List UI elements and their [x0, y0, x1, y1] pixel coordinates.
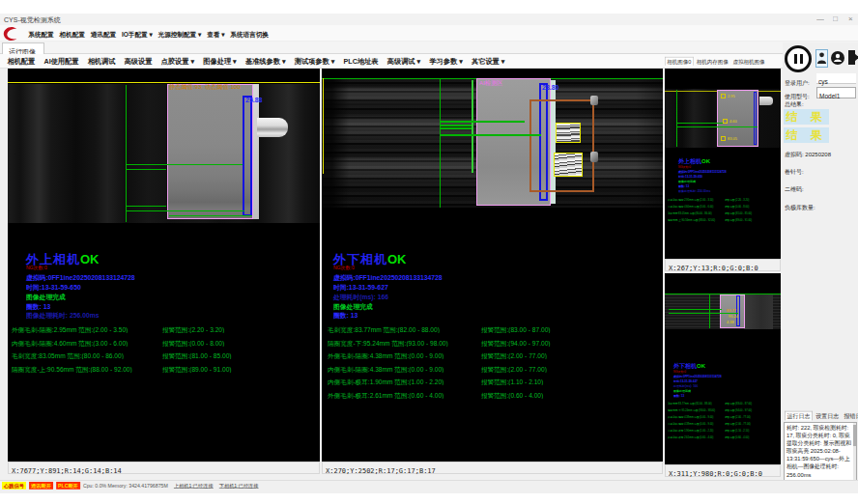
menu-system-config[interactable]: 系统配置: [27, 29, 55, 41]
measure-row: 外侧毛刺-隔圈:2.95mm 范围:(2.00 - 3.50): [12, 325, 128, 334]
label-text: 二维码:: [785, 185, 804, 193]
annotation: 4.38: [727, 320, 734, 323]
tool-glue-settings[interactable]: 点胶设置 ▾: [159, 57, 195, 67]
green-line: [669, 309, 722, 310]
comm-badge: 通讯断开: [29, 482, 53, 490]
time-line: 时间:13-31-59-627: [333, 283, 388, 293]
log-tab-settings[interactable]: 设置日志: [814, 411, 841, 420]
alarm-range: 报警范围:(83.00 - 87.00): [481, 325, 551, 334]
green-line: [126, 85, 127, 222]
green-line: [126, 164, 243, 165]
menu-language[interactable]: 系统语言切换: [229, 29, 270, 41]
ng-count: NG次数:0: [673, 370, 686, 374]
qr-label: 二维码:: [785, 182, 816, 199]
time-line: 时间:13-31-59-627: [673, 379, 698, 383]
bolt: [590, 152, 598, 162]
measure-row: 外侧毛刺-极耳:2.61mm 范围:(0.60 - 4.00): [328, 391, 443, 400]
field-value: cys: [818, 78, 828, 85]
green-line: [676, 126, 758, 127]
elapsed-line: 处理耗时(ms): 166: [333, 293, 388, 302]
menu-comm-config[interactable]: 通讯配置: [89, 29, 117, 41]
menu-view[interactable]: 查看 ▾: [206, 29, 226, 41]
green-line: [440, 79, 441, 208]
measure-row: 隔圈宽度-上:90.56mm 范围:(88.00 - 92.00): [12, 365, 132, 374]
tool-ai-config[interactable]: AI使用配置: [43, 57, 80, 67]
tool-test-params[interactable]: 测试项参数 ▾: [293, 57, 336, 67]
virtual-code: 虚拟码:0FF1ine20250208133134728: [673, 375, 722, 378]
cursor-readout: X:270;Y:2502;R:17;G:17;B:17: [326, 467, 436, 475]
cursor-readout: X:311;Y:980;R:0;G:0;B:0: [669, 470, 762, 478]
menu-light-config[interactable]: 光源控制配置 ▾: [157, 29, 202, 41]
ng-count: NG次数:0: [333, 265, 355, 271]
log-textarea[interactable]: 耗时: 222, 瑕疵检测耗时: 17, 瑕疵分类耗时: 0, 瑕疵提取分类耗时…: [784, 422, 857, 488]
tool-image-process[interactable]: 图像处理 ▾: [202, 57, 238, 67]
tool-baseline-params[interactable]: 基准线参数 ▾: [243, 57, 287, 67]
login-user-field[interactable]: cys: [816, 73, 856, 84]
menu-camera-config[interactable]: 相机配置: [58, 29, 86, 41]
lower-camera-link[interactable]: 下相机1:已经连接: [219, 483, 259, 489]
tool-camera-debug[interactable]: 相机调试: [86, 57, 117, 67]
thumb-tab-camera0[interactable]: 相机图像0: [665, 57, 693, 66]
close-button[interactable]: ×: [848, 14, 853, 23]
pause-icon: [794, 54, 797, 64]
done-line: 图像处理完成: [26, 293, 66, 302]
green-line: [441, 121, 525, 123]
result-badge-2: 结 果: [784, 127, 829, 143]
alarm-range: 报警范围:(89.00 - 91.00): [725, 218, 752, 222]
alarm-range: 报警范围:(81.00 - 85.00): [162, 351, 232, 360]
result-ok: OK: [387, 252, 407, 266]
maximize-button[interactable]: □: [833, 14, 838, 23]
tool-other-settings[interactable]: 其它设置 ▾: [471, 57, 506, 67]
menu-io-config[interactable]: IO手配置 ▾: [121, 29, 155, 41]
alarm-range: 报警范围:(1.10 - 2.10): [481, 378, 543, 386]
thumb-view-bottom[interactable]: 83.77 95.24 4.38 外下相机OK NG次数:0 虚拟码:0FF1i…: [665, 273, 781, 464]
tool-advanced-debug[interactable]: 高级调试 ▾: [386, 57, 421, 67]
measure-row: 外侧毛刺-隔圈:4.38mm 范围:(0.00 - 9.00): [668, 415, 713, 419]
tool-learn-params[interactable]: 学习参数 ▾: [428, 57, 464, 67]
model-field[interactable]: Model1: [816, 87, 856, 98]
right-camera-view[interactable]: AI检测区 23.80 外下相机OK NG次数:0 虚拟码:0FF1ine202…: [322, 69, 663, 462]
tool-advanced-settings[interactable]: 高级设置: [123, 57, 154, 67]
thumb-tab-memory[interactable]: 相机内存图像: [695, 57, 729, 65]
blue-roi-value: 23.80: [542, 84, 559, 92]
time-line: 时间:13-31-59-650: [26, 283, 81, 293]
alarm-range: 报警范围:(89.00 - 91.00): [162, 365, 232, 374]
tool-plc-table[interactable]: PLC地址表: [342, 57, 380, 67]
annotation: 83.77: [727, 308, 736, 312]
green-line: [676, 90, 677, 147]
thumb-view-top[interactable]: 2.95 4.60 83.05 外上相机OK NG次数:0 虚拟码:0FF1in…: [665, 69, 781, 259]
green-line: [472, 80, 473, 173]
log-tab-run[interactable]: 运行日志: [785, 411, 813, 421]
login-user-button[interactable]: [815, 49, 828, 68]
upper-camera-link[interactable]: 上相机1:已经连接: [174, 483, 214, 489]
pause-button[interactable]: [785, 45, 812, 72]
green-line: [441, 125, 472, 126]
log-scrollbar-thumb[interactable]: [853, 425, 856, 446]
tool-camera-config[interactable]: 相机配置: [6, 57, 37, 67]
alarm-range: 报警范围:(81.00 - 85.00): [725, 211, 752, 215]
yellow-roi: [721, 94, 726, 98]
thumb-tab-virtual[interactable]: 虚拟相机图像: [731, 57, 766, 65]
vcode-value: 20250208: [805, 152, 831, 158]
thumb-top-status: X:267;Y:13;R:0;G:0;B:0: [665, 259, 781, 271]
left-camera-view[interactable]: 25.88 静态阈值:93, 动态阈值:100 外上相机OK NG次数:0 虚拟…: [8, 69, 320, 462]
alarm-range: 报警范围:(2.20 - 3.20): [725, 198, 749, 202]
left-view-status: X:7677;Y:891;R:14;G:14;B:14: [8, 462, 320, 474]
cpu-memory-text: Cpu: 0.0% Memory: 3424.41796875M: [83, 483, 168, 489]
done-line: 图像处理完成: [673, 389, 691, 393]
measure-row: 内侧毛刺-极耳:1.90mm 范围:(1.00 - 2.20): [668, 429, 713, 433]
measure-row: 内侧毛刺-极耳:1.90mm 范围:(1.00 - 2.20): [328, 378, 443, 386]
log-scrollbar[interactable]: [853, 423, 856, 487]
field-value: Model1: [819, 93, 840, 99]
user-manage-button[interactable]: [831, 50, 844, 67]
turns-line: 圈数: 13: [333, 311, 358, 321]
camera-name: 外上相机: [678, 158, 701, 165]
minimize-button[interactable]: —: [816, 14, 824, 23]
result-ok: OK: [701, 158, 710, 165]
log-tab-errors[interactable]: 报错日志: [843, 411, 858, 420]
yellow-roi: [721, 136, 726, 141]
yellow-line: [323, 78, 324, 174]
window-title: CYS-视觉检测系统: [4, 15, 61, 25]
exit-button[interactable]: [846, 49, 858, 67]
camera-image-right: [744, 294, 773, 329]
